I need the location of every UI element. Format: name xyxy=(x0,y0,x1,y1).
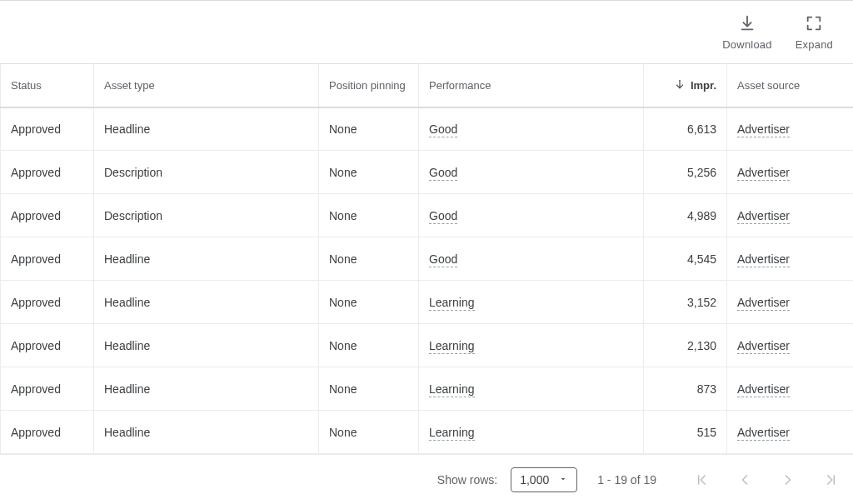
column-header-asset-type[interactable]: Asset type xyxy=(94,64,319,107)
cell-position-pinning: None xyxy=(319,151,419,194)
cell-position-pinning: None xyxy=(319,367,419,411)
cell-performance: Learning xyxy=(419,367,644,411)
cell-performance: Learning xyxy=(419,281,644,324)
page: Download Expand Status Asset type Positi… xyxy=(0,0,853,504)
column-header-status[interactable]: Status xyxy=(1,64,94,107)
cell-position-pinning: None xyxy=(319,237,419,281)
table-row[interactable]: ApprovedHeadlineNoneLearning873Advertise… xyxy=(1,367,854,411)
table-row[interactable]: ApprovedHeadlineNoneLearning3,152Adverti… xyxy=(1,281,854,324)
cell-impressions: 2,130 xyxy=(644,324,727,367)
cell-asset-source: Advertiser xyxy=(727,151,854,194)
cell-asset-source: Advertiser xyxy=(727,367,854,411)
cell-asset-type: Headline xyxy=(94,324,319,367)
pagination-nav xyxy=(690,468,843,492)
cell-position-pinning: None xyxy=(319,411,419,454)
table-row[interactable]: ApprovedHeadlineNoneLearning2,130Adverti… xyxy=(1,324,854,367)
cell-asset-source: Advertiser xyxy=(727,194,854,237)
cell-status: Approved xyxy=(1,367,94,411)
table-row[interactable]: ApprovedDescriptionNoneGood4,989Advertis… xyxy=(1,194,854,237)
table-row[interactable]: ApprovedHeadlineNoneLearning515Advertise… xyxy=(1,411,854,454)
last-page-button[interactable] xyxy=(820,468,843,492)
column-header-performance[interactable]: Performance xyxy=(419,64,644,107)
cell-asset-source: Advertiser xyxy=(727,237,854,281)
arrow-down-icon xyxy=(674,78,686,92)
table-row[interactable]: ApprovedHeadlineNoneGood4,545Advertiser xyxy=(1,237,854,281)
prev-page-button[interactable] xyxy=(733,468,756,492)
cell-position-pinning: None xyxy=(319,194,419,237)
table-row[interactable]: ApprovedHeadlineNoneGood6,613Advertiser xyxy=(1,107,854,151)
cell-asset-source: Advertiser xyxy=(727,324,854,367)
pagination-range: 1 - 19 of 19 xyxy=(597,473,656,487)
expand-label: Expand xyxy=(796,38,833,51)
cell-status: Approved xyxy=(1,151,94,194)
page-size-select[interactable]: 1,000 xyxy=(511,467,577,492)
download-icon xyxy=(738,14,756,38)
table-footer: Show rows: 1,000 1 - 19 of 19 xyxy=(0,454,853,504)
download-label: Download xyxy=(722,38,771,51)
column-header-asset-source[interactable]: Asset source xyxy=(727,64,854,107)
cell-impressions: 5,256 xyxy=(644,151,727,194)
cell-asset-source: Advertiser xyxy=(727,411,854,454)
cell-status: Approved xyxy=(1,281,94,324)
cell-performance: Good xyxy=(419,107,644,151)
cell-asset-type: Description xyxy=(94,194,319,237)
cell-status: Approved xyxy=(1,411,94,454)
page-size-value: 1,000 xyxy=(520,473,549,487)
caret-down-icon xyxy=(558,473,568,487)
cell-performance: Learning xyxy=(419,324,644,367)
first-page-button[interactable] xyxy=(690,468,713,492)
cell-status: Approved xyxy=(1,107,94,151)
cell-impressions: 3,152 xyxy=(644,281,727,324)
download-button[interactable]: Download xyxy=(711,9,783,56)
cell-performance: Good xyxy=(419,194,644,237)
cell-impressions: 4,989 xyxy=(644,194,727,237)
cell-position-pinning: None xyxy=(319,281,419,324)
cell-position-pinning: None xyxy=(319,107,419,151)
cell-performance: Learning xyxy=(419,411,644,454)
column-header-position-pinning[interactable]: Position pinning xyxy=(319,64,419,107)
cell-impressions: 873 xyxy=(644,367,727,411)
cell-performance: Good xyxy=(419,237,644,281)
next-page-button[interactable] xyxy=(776,468,800,492)
expand-button[interactable]: Expand xyxy=(784,9,845,56)
table-header-row: Status Asset type Position pinning Perfo… xyxy=(1,64,854,107)
cell-asset-type: Headline xyxy=(94,367,319,411)
show-rows-label: Show rows: xyxy=(437,473,497,487)
cell-asset-type: Headline xyxy=(94,237,319,281)
cell-impressions: 4,545 xyxy=(644,237,727,281)
cell-impressions: 515 xyxy=(644,411,727,454)
cell-impressions: 6,613 xyxy=(644,107,727,151)
column-header-impressions[interactable]: Impr. xyxy=(644,64,727,107)
column-header-impressions-label: Impr. xyxy=(691,79,716,92)
cell-status: Approved xyxy=(1,324,94,367)
table-row[interactable]: ApprovedDescriptionNoneGood5,256Advertis… xyxy=(1,151,854,194)
cell-asset-type: Headline xyxy=(94,107,319,151)
cell-asset-type: Headline xyxy=(94,281,319,324)
cell-asset-source: Advertiser xyxy=(727,281,854,324)
cell-position-pinning: None xyxy=(319,324,419,367)
cell-asset-type: Headline xyxy=(94,411,319,454)
expand-icon xyxy=(805,14,823,38)
toolbar: Download Expand xyxy=(0,1,853,63)
assets-table: Status Asset type Position pinning Perfo… xyxy=(0,63,853,454)
cell-asset-source: Advertiser xyxy=(727,107,854,151)
cell-status: Approved xyxy=(1,237,94,281)
cell-asset-type: Description xyxy=(94,151,319,194)
cell-status: Approved xyxy=(1,194,94,237)
cell-performance: Good xyxy=(419,151,644,194)
